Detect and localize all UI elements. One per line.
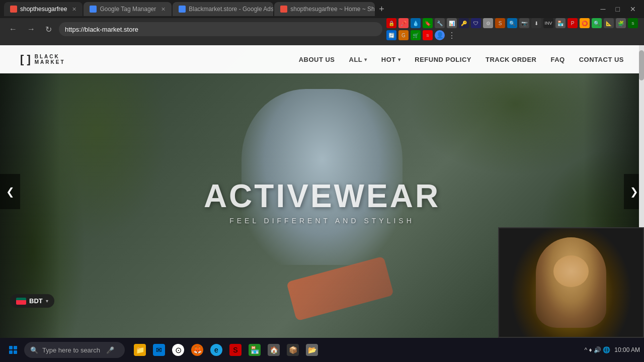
tab-2-close[interactable]: ✕ (161, 6, 166, 13)
tab-4-title: shopthesugarfree ~ Home ~ Sh... (290, 6, 375, 13)
extension-icon-7[interactable]: 🔑 (459, 18, 469, 28)
more-options-icon[interactable]: ⋮ (447, 30, 457, 40)
nav-label-contact: CONTACT US (579, 56, 624, 63)
new-tab-button[interactable]: + (376, 4, 387, 15)
nav-label-about: ABOUT US (299, 56, 335, 63)
extension-icon-18[interactable]: 🔍 (592, 18, 602, 28)
extension-icon-15[interactable]: 🏪 (555, 18, 566, 28)
address-bar-input[interactable] (59, 22, 382, 36)
carousel-prev-button[interactable]: ❮ (0, 174, 20, 209)
taskbar-app-chrome[interactable]: ⊙ (169, 341, 187, 359)
nav-item-hot[interactable]: HOT ▾ (381, 56, 400, 63)
nav-label-track: TRACK ORDER (486, 56, 537, 63)
taskbar-system-tray: ^ ♦ 🔊 🌐 10:00 AM (585, 346, 640, 353)
currency-selector[interactable]: BDT ▾ (10, 294, 54, 308)
taskbar-mic-icon[interactable]: 🎤 (106, 346, 114, 354)
logo-link[interactable]: [ ] BLACK MARKET (20, 54, 65, 65)
nav-link-track[interactable]: TRACK ORDER (486, 56, 537, 63)
nav-link-about[interactable]: ABOUT US (299, 56, 335, 63)
extension-icon-13[interactable]: ⬇ (531, 18, 541, 28)
extension-icon-4[interactable]: 🔖 (423, 18, 433, 28)
taskbar-app-6[interactable]: S (226, 341, 245, 359)
taskbar-app-mail[interactable]: ✉ (150, 341, 168, 359)
nav-link-hot[interactable]: HOT ▾ (381, 56, 400, 63)
taskbar-app-7[interactable]: 🏪 (246, 341, 264, 359)
browser-tab-1[interactable]: shopthesugarfree ✕ (4, 2, 83, 16)
taskbar-search-icon: 🔍 (30, 346, 38, 354)
back-button[interactable]: ← (6, 23, 20, 36)
nav-item-track[interactable]: TRACK ORDER (486, 56, 537, 63)
taskbar-time: 10:00 AM (614, 346, 640, 353)
app7-icon: 🏪 (249, 344, 261, 356)
nav-item-all[interactable]: ALL ▾ (349, 56, 367, 63)
extension-icon-9[interactable]: ⚙ (483, 18, 493, 28)
hero-text-block: ACTIVEWEAR FEEL DIFFERENT AND STYLISH (204, 178, 440, 225)
logo-bracket: [ ] (20, 54, 31, 65)
extension-icon-20[interactable]: 🧩 (616, 18, 626, 28)
website-content: [ ] BLACK MARKET ABOUT US ALL ▾ HO (0, 45, 644, 338)
taskbar-search[interactable]: 🔍 Type here to search 🎤 (24, 342, 125, 358)
taskbar-app-10[interactable]: 📂 (303, 341, 321, 359)
nav-item-contact[interactable]: CONTACT US (579, 56, 624, 63)
nav-label-faq: FAQ (551, 56, 565, 63)
forward-button[interactable]: → (24, 23, 38, 36)
all-dropdown-arrow: ▾ (364, 57, 367, 62)
extension-icon-25[interactable]: S (423, 30, 433, 40)
extension-icon-3[interactable]: 💧 (411, 18, 421, 28)
hero-model-hoodie (242, 89, 403, 265)
webcam-feed (499, 228, 643, 337)
profile-icon[interactable]: 👤 (435, 30, 445, 40)
extension-icon-1[interactable]: 🔒 (386, 18, 396, 28)
taskbar-app-8[interactable]: 🏠 (265, 341, 283, 359)
extension-icon-23[interactable]: G (398, 30, 409, 40)
extension-icon-17[interactable]: ⭕ (580, 18, 590, 28)
extension-icon-2[interactable]: 📌 (398, 18, 409, 28)
extension-icon-19[interactable]: 📐 (604, 18, 614, 28)
tab-3-title: Blackmarket.store - Google Ads (189, 6, 273, 13)
nav-link-faq[interactable]: FAQ (551, 56, 565, 63)
extension-icon-12[interactable]: 📷 (519, 18, 529, 28)
chrome-icon: ⊙ (172, 344, 184, 356)
nav-label-all: ALL (349, 56, 363, 63)
extension-icon-22[interactable]: 🔄 (386, 30, 396, 40)
browser-tab-4[interactable]: shopthesugarfree ~ Home ~ Sh... ✕ (274, 2, 375, 16)
extension-icon-21[interactable]: S (628, 18, 638, 28)
extension-icon-16[interactable]: P (568, 18, 578, 28)
taskbar-app-9[interactable]: 📦 (284, 341, 302, 359)
browser-tab-3[interactable]: Blackmarket.store - Google Ads ✕ (173, 2, 273, 16)
taskbar-apps: 📁 ✉ ⊙ 🦊 e S 🏪 🏠 📦 📂 (131, 341, 321, 359)
app8-icon: 🏠 (268, 344, 280, 356)
extension-icon-8[interactable]: 🛡 (471, 18, 481, 28)
start-button[interactable] (4, 341, 22, 359)
tab-1-title: shopthesugarfree (20, 6, 67, 13)
taskbar-app-ie[interactable]: e (207, 341, 225, 359)
close-button[interactable]: ✕ (626, 3, 640, 15)
taskbar-app-firefox[interactable]: 🦊 (188, 341, 206, 359)
file-explorer-icon: 📁 (134, 344, 146, 356)
scrollbar-thumb[interactable] (639, 50, 644, 80)
navigation-bar: [ ] BLACK MARKET ABOUT US ALL ▾ HO (0, 45, 644, 73)
nav-link-contact[interactable]: CONTACT US (579, 56, 624, 63)
logo-market: MARKET (35, 59, 65, 65)
extension-icon-11[interactable]: 🔍 (507, 18, 517, 28)
taskbar-search-placeholder: Type here to search (42, 346, 100, 354)
nav-link-refund[interactable]: REFUND POLICY (415, 56, 471, 63)
maximize-button[interactable]: □ (612, 3, 624, 15)
extension-icon-5[interactable]: 🔧 (435, 18, 445, 28)
webcam-overlay (498, 227, 644, 338)
taskbar: 🔍 Type here to search 🎤 📁 ✉ ⊙ 🦊 e S 🏪 (0, 338, 644, 362)
currency-dropdown-arrow: ▾ (46, 298, 48, 304)
nav-item-about[interactable]: ABOUT US (299, 56, 335, 63)
nav-item-faq[interactable]: FAQ (551, 56, 565, 63)
nav-link-all[interactable]: ALL ▾ (349, 56, 367, 63)
refresh-button[interactable]: ↻ (42, 23, 55, 36)
extension-icon-24[interactable]: 🛒 (411, 30, 421, 40)
minimize-button[interactable]: ─ (597, 3, 610, 15)
extension-icon-6[interactable]: 📊 (447, 18, 457, 28)
nav-item-refund[interactable]: REFUND POLICY (415, 56, 471, 63)
browser-tab-2[interactable]: Google Tag Manager ✕ (84, 2, 172, 16)
extension-icon-10[interactable]: S (495, 18, 505, 28)
extension-icon-14[interactable]: INV (543, 18, 553, 28)
taskbar-app-file-explorer[interactable]: 📁 (131, 341, 149, 359)
tab-1-close[interactable]: ✕ (72, 6, 76, 13)
